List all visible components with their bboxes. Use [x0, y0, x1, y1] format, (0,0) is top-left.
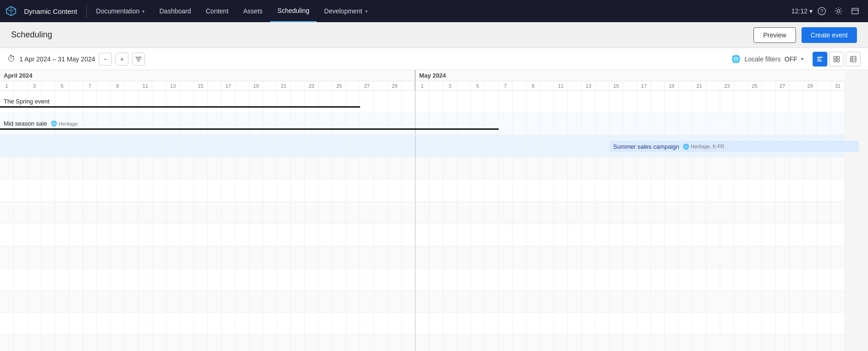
nav-scheduling[interactable]: Scheduling: [270, 0, 317, 22]
grid-line-col-13: [193, 135, 194, 157]
empty-grid-line-10-54: [761, 313, 762, 334]
empty-grid-line-7-11: [166, 246, 166, 268]
nav-assets[interactable]: Assets: [236, 0, 270, 22]
empty-grid-line-11-13: [193, 335, 194, 351]
view-gantt-button[interactable]: [813, 52, 827, 67]
window-button[interactable]: [848, 4, 862, 18]
grid-line-col-26: [374, 91, 374, 113]
empty-grid-line-9-29: [415, 290, 416, 312]
svg-rect-8: [837, 56, 839, 59]
grid-line-col-21: [304, 135, 305, 157]
empty-grid-line-10-36: [512, 313, 512, 334]
preview-button[interactable]: Preview: [753, 27, 796, 43]
grid-line-col-38: [540, 135, 540, 157]
grid-line-col-48: [678, 91, 679, 113]
date-forward-button[interactable]: +: [115, 53, 128, 66]
event-bar-0[interactable]: The Spring event: [0, 97, 360, 108]
empty-grid-line-6-13: [193, 224, 194, 246]
empty-grid-line-4-55: [775, 180, 776, 201]
empty-grid-line-11-37: [526, 335, 526, 351]
empty-grid-line-9-55: [775, 290, 776, 312]
april-day-3: 3: [28, 81, 42, 91]
empty-grid-line-8-53: [747, 268, 748, 290]
empty-grid-line-10-29: [415, 313, 416, 334]
empty-grid-line-3-27: [387, 157, 388, 179]
event-locale-icon-2: 🌐: [683, 144, 689, 150]
empty-grid-line-11-35: [498, 335, 499, 351]
event-bar-2[interactable]: Summer sales campaign🌐Heritage, fr-FR: [609, 141, 859, 152]
empty-grid-line-8-45: [637, 268, 637, 290]
may-day-16: [623, 81, 637, 91]
svg-rect-5: [817, 59, 821, 60]
filter-button[interactable]: [132, 53, 145, 66]
april-day-1: 1: [0, 81, 14, 91]
nav-logo[interactable]: [0, 0, 22, 22]
help-button[interactable]: ?: [814, 4, 829, 18]
nav-development[interactable]: Development ▾: [317, 0, 375, 22]
empty-grid-line-11-59: [831, 335, 831, 351]
grid-line-col-26: [374, 135, 374, 157]
empty-grid-line-3-38: [540, 157, 540, 179]
empty-grid-line-7-6: [96, 246, 97, 268]
settings-button[interactable]: [831, 4, 846, 18]
empty-grid-line-8-6: [96, 268, 97, 290]
april-header: April 2024: [0, 70, 416, 81]
empty-grid-line-5-17: [249, 202, 249, 224]
toolbar: ⏱ 1 Apr 2024 – 31 May 2024 − + 🌐 Locale …: [0, 48, 868, 70]
empty-grid-line-10-24: [346, 313, 346, 334]
empty-grid-line-10-58: [817, 313, 817, 334]
empty-grid-line-3-13: [193, 157, 194, 179]
empty-grid-line-4-37: [526, 180, 526, 201]
empty-grid-line-3-43: [609, 157, 609, 179]
empty-grid-line-4-9: [138, 180, 139, 201]
empty-grid-line-4-42: [595, 180, 596, 201]
nav-dashboard[interactable]: Dashboard: [152, 0, 199, 22]
empty-grid-line-4-30: [429, 180, 429, 201]
empty-grid-line-5-16: [235, 202, 235, 224]
empty-grid-line-4-57: [803, 180, 803, 201]
empty-grid-line-6-23: [332, 224, 332, 246]
empty-grid-line-4-26: [374, 180, 374, 201]
empty-grid-line-9-35: [498, 290, 499, 312]
empty-grid-line-9-56: [789, 290, 790, 312]
empty-grid-line-9-10: [152, 290, 152, 312]
empty-grid-line-6-11: [166, 224, 166, 246]
empty-grid-line-10-57: [803, 313, 803, 334]
april-day-28: [374, 81, 388, 91]
date-back-button[interactable]: −: [99, 53, 112, 66]
empty-grid-line-11-20: [290, 335, 291, 351]
grid-line-col-60: [844, 113, 845, 135]
locale-dropdown-arrow[interactable]: ▾: [801, 56, 803, 61]
empty-grid-line-11-49: [692, 335, 693, 351]
empty-row-4: [0, 180, 845, 202]
empty-grid-line-11-30: [429, 335, 429, 351]
empty-grid-line-8-59: [831, 268, 831, 290]
empty-grid-line-3-35: [498, 157, 499, 179]
empty-grid-line-3-44: [623, 157, 623, 179]
april-day-27: 27: [360, 81, 374, 91]
nav-documentation[interactable]: Documentation ▾: [89, 0, 152, 22]
view-list-button[interactable]: [846, 52, 861, 67]
empty-grid-line-10-7: [110, 313, 111, 334]
empty-grid-line-8-33: [470, 268, 471, 290]
empty-grid-line-6-60: [844, 224, 845, 246]
empty-grid-line-7-50: [706, 246, 706, 268]
empty-grid-line-3-12: [180, 157, 180, 179]
view-grid-button[interactable]: [829, 52, 844, 67]
event-bar-1[interactable]: Mid season sale🌐Heritage: [0, 119, 499, 130]
grid-line-col-60: [844, 91, 845, 113]
empty-grid-line-4-1: [27, 180, 28, 201]
empty-grid-line-6-0: [13, 224, 14, 246]
empty-grid-line-3-5: [83, 157, 83, 179]
create-event-button[interactable]: Create event: [802, 27, 857, 43]
empty-grid-line-6-10: [152, 224, 152, 246]
grid-line-col-18: [263, 135, 263, 157]
nav-content[interactable]: Content: [199, 0, 236, 22]
may-day-1: 1: [416, 81, 429, 91]
empty-grid-line-7-30: [429, 246, 429, 268]
grid-line-col-31: [443, 91, 443, 113]
empty-grid-line-4-15: [221, 180, 222, 201]
empty-grid-line-8-22: [318, 268, 319, 290]
empty-grid-line-6-57: [803, 224, 803, 246]
empty-grid-line-9-36: [512, 290, 512, 312]
